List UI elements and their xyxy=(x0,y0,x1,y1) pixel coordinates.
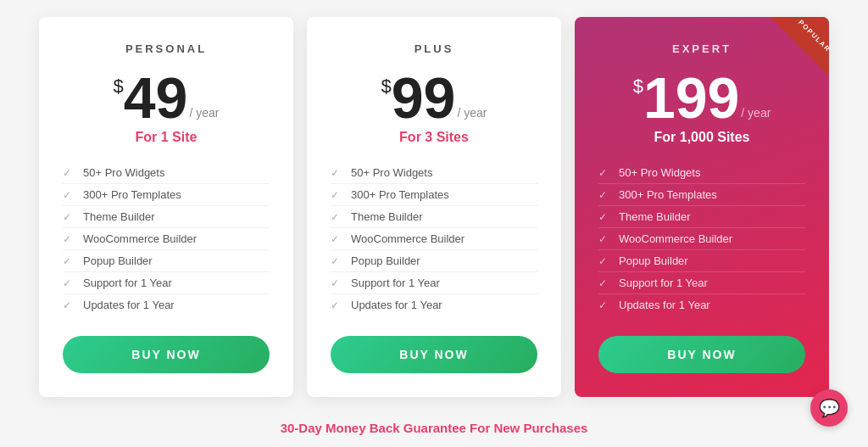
check-icon: ✓ xyxy=(63,277,75,289)
list-item: ✓Updates for 1 Year xyxy=(63,294,270,316)
guarantee-text: 30-Day Money Back Guarantee For New Purc… xyxy=(8,421,860,435)
personal-price-row: $ 49 / year xyxy=(63,69,270,126)
plus-price-amount: 99 xyxy=(392,69,456,126)
check-icon: ✓ xyxy=(63,233,75,245)
list-item: ✓50+ Pro Widgets xyxy=(598,162,805,184)
list-item: ✓Popup Builder xyxy=(598,250,805,272)
personal-sites-label: For 1 Site xyxy=(63,130,270,145)
expert-sites-label: For 1,000 Sites xyxy=(598,130,805,145)
check-icon: ✓ xyxy=(63,299,75,311)
check-icon: ✓ xyxy=(331,167,342,179)
expert-price-period: / year xyxy=(741,106,771,120)
personal-plan-card: PERSONAL $ 49 / year For 1 Site ✓50+ Pro… xyxy=(39,17,293,397)
check-icon: ✓ xyxy=(598,189,610,201)
personal-dollar-sign: $ xyxy=(114,75,124,98)
expert-plan-card: POPULAR EXPERT $ 199 / year For 1,000 Si… xyxy=(575,17,829,397)
list-item: ✓50+ Pro Widgets xyxy=(63,162,270,184)
personal-price-period: / year xyxy=(189,106,219,120)
check-icon: ✓ xyxy=(331,189,342,201)
plus-buy-button[interactable]: BUY NOW xyxy=(331,336,537,373)
expert-dollar-sign: $ xyxy=(633,75,643,98)
check-icon: ✓ xyxy=(598,233,610,245)
chat-bubble-button[interactable]: 💬 xyxy=(810,389,848,427)
list-item: ✓50+ Pro Widgets xyxy=(331,162,537,184)
plus-price-period: / year xyxy=(457,106,487,120)
plus-plan-card: PLUS $ 99 / year For 3 Sites ✓50+ Pro Wi… xyxy=(307,17,561,397)
chat-icon: 💬 xyxy=(819,398,840,418)
check-icon: ✓ xyxy=(331,255,342,267)
check-icon: ✓ xyxy=(331,299,342,311)
list-item: ✓Support for 1 Year xyxy=(63,272,270,294)
list-item: ✓300+ Pro Templates xyxy=(598,184,805,206)
check-icon: ✓ xyxy=(63,189,75,201)
check-icon: ✓ xyxy=(63,211,75,223)
list-item: ✓Updates for 1 Year xyxy=(598,294,805,316)
check-icon: ✓ xyxy=(331,277,342,289)
check-icon: ✓ xyxy=(598,277,610,289)
expert-buy-button[interactable]: BUY NOW xyxy=(598,336,805,373)
personal-features-list: ✓50+ Pro Widgets ✓300+ Pro Templates ✓Th… xyxy=(63,162,270,316)
footer-section: 30-Day Money Back Guarantee For New Purc… xyxy=(8,421,860,447)
plus-features-list: ✓50+ Pro Widgets ✓300+ Pro Templates ✓Th… xyxy=(331,162,537,316)
expert-features-list: ✓50+ Pro Widgets ✓300+ Pro Templates ✓Th… xyxy=(598,162,805,316)
personal-plan-name: PERSONAL xyxy=(63,42,270,55)
plus-dollar-sign: $ xyxy=(381,75,392,98)
personal-buy-button[interactable]: BUY NOW xyxy=(63,336,270,373)
check-icon: ✓ xyxy=(63,167,75,179)
list-item: ✓WooCommerce Builder xyxy=(63,228,270,250)
list-item: ✓Popup Builder xyxy=(63,250,270,272)
check-icon: ✓ xyxy=(598,167,610,179)
list-item: ✓Updates for 1 Year xyxy=(331,294,537,316)
list-item: ✓Theme Builder xyxy=(331,206,537,228)
list-item: ✓Support for 1 Year xyxy=(331,272,537,294)
plus-plan-name: PLUS xyxy=(331,42,537,55)
plus-price-row: $ 99 / year xyxy=(331,69,537,126)
popular-triangle xyxy=(761,17,829,85)
pricing-cards-container: PERSONAL $ 49 / year For 1 Site ✓50+ Pro… xyxy=(19,17,849,397)
check-icon: ✓ xyxy=(598,299,610,311)
expert-price-amount: 199 xyxy=(643,69,739,126)
plus-sites-label: For 3 Sites xyxy=(331,130,537,145)
list-item: ✓Support for 1 Year xyxy=(598,272,805,294)
check-icon: ✓ xyxy=(598,211,610,223)
list-item: ✓WooCommerce Builder xyxy=(598,228,805,250)
personal-price-amount: 49 xyxy=(124,69,188,126)
list-item: ✓WooCommerce Builder xyxy=(331,228,537,250)
list-item: ✓Theme Builder xyxy=(598,206,805,228)
popular-corner: POPULAR xyxy=(761,17,829,85)
check-icon: ✓ xyxy=(598,255,610,267)
list-item: ✓300+ Pro Templates xyxy=(331,184,537,206)
list-item: ✓Popup Builder xyxy=(331,250,537,272)
list-item: ✓Theme Builder xyxy=(63,206,270,228)
list-item: ✓300+ Pro Templates xyxy=(63,184,270,206)
check-icon: ✓ xyxy=(63,255,75,267)
check-icon: ✓ xyxy=(331,211,342,223)
check-icon: ✓ xyxy=(331,233,342,245)
